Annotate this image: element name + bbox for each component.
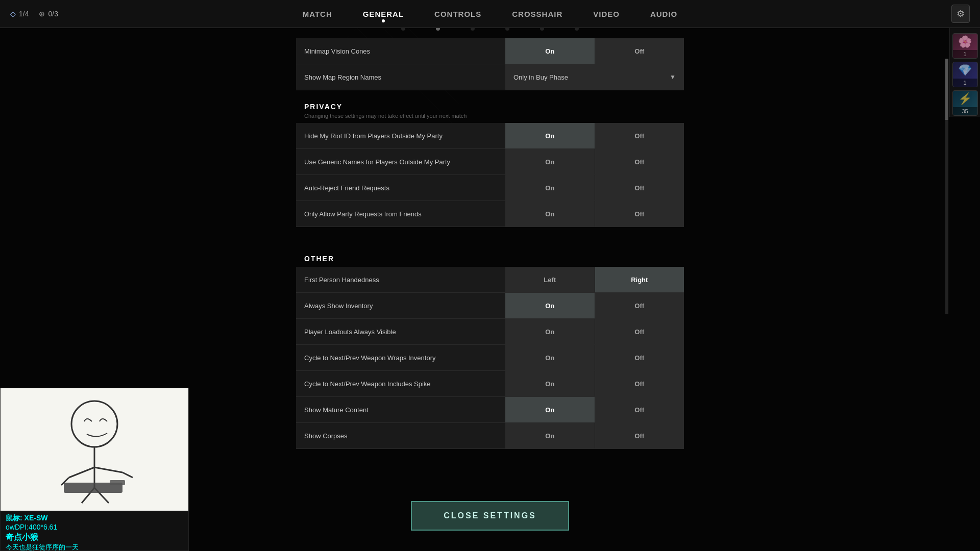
cycle-weapon-wraps-on-button[interactable]: On	[505, 345, 595, 370]
cycle-includes-spike-off-button[interactable]: Off	[595, 371, 684, 396]
scrollbar-track	[945, 59, 948, 314]
minimap-vision-cones-row: Minimap Vision Cones On Off	[296, 38, 684, 64]
stream-drawing-svg	[23, 393, 166, 506]
score-diamond-value: 1/4	[19, 10, 29, 18]
show-mature-content-label: Show Mature Content	[296, 397, 505, 422]
region-names-value: Only in Buy Phase	[513, 73, 568, 81]
first-person-handedness-row: First Person Handedness Left Right	[296, 267, 684, 293]
minimap-vision-cones-controls: On Off	[505, 38, 684, 64]
show-mature-content-off-button[interactable]: Off	[595, 397, 684, 422]
first-person-handedness-label: First Person Handedness	[296, 267, 505, 292]
stream-dpi: owDPI:400*6.61	[6, 523, 183, 531]
scrollbar-thumb[interactable]	[945, 59, 948, 120]
agent-2-icon: 💎	[958, 64, 972, 77]
top-navigation: ◇ 1/4 ⊕ 0/3 MATCH GENERAL CONTROLS CROSS…	[0, 0, 980, 28]
privacy-title: PRIVACY	[304, 103, 676, 111]
privacy-subtitle: Changing these settings may not take eff…	[304, 113, 676, 119]
stream-username: 奇点小猴	[6, 532, 183, 543]
cycle-weapon-wraps-off-button[interactable]: Off	[595, 345, 684, 370]
show-corpses-controls: On Off	[505, 423, 684, 448]
sidebar-agent-1[interactable]: 🌸 1	[952, 33, 978, 59]
minimap-vision-cones-off-button[interactable]: Off	[595, 38, 684, 64]
show-map-region-names-row: Show Map Region Names Only in Buy Phase …	[296, 64, 684, 90]
show-mature-content-on-button[interactable]: On	[505, 397, 595, 422]
settings-gear-button[interactable]: ⚙	[951, 5, 970, 23]
cycle-includes-spike-row: Cycle to Next/Prev Weapon Includes Spike…	[296, 371, 684, 397]
dropdown-arrow-icon: ▼	[670, 73, 676, 81]
auto-reject-off-button[interactable]: Off	[595, 175, 684, 201]
right-sidebar: 🌸 1 💎 1 ⚡ 35	[949, 28, 980, 117]
sidebar-agent-3[interactable]: ⚡ 35	[952, 90, 978, 116]
always-show-inventory-on-button[interactable]: On	[505, 293, 595, 318]
auto-reject-on-button[interactable]: On	[505, 175, 595, 201]
player-loadouts-off-button[interactable]: Off	[595, 319, 684, 344]
party-requests-controls: On Off	[505, 201, 684, 227]
show-corpses-off-button[interactable]: Off	[595, 423, 684, 448]
other-section-header: OTHER	[296, 242, 684, 267]
player-loadouts-on-button[interactable]: On	[505, 319, 595, 344]
agent-3-icon: ⚡	[958, 92, 972, 106]
player-loadouts-label: Player Loadouts Always Visible	[296, 319, 505, 344]
hide-riot-id-row: Hide My Riot ID from Players Outside My …	[296, 123, 684, 149]
gear-icon: ⚙	[957, 8, 965, 19]
handedness-left-button[interactable]: Left	[505, 267, 595, 292]
generic-names-label: Use Generic Names for Players Outside My…	[296, 149, 505, 174]
first-person-handedness-controls: Left Right	[505, 267, 684, 292]
show-corpses-on-button[interactable]: On	[505, 423, 595, 448]
always-show-inventory-label: Always Show Inventory	[296, 293, 505, 318]
cycle-includes-spike-controls: On Off	[505, 371, 684, 396]
agent-1-icon: 🌸	[958, 35, 972, 48]
party-requests-off-button[interactable]: Off	[595, 201, 684, 227]
auto-reject-controls: On Off	[505, 175, 684, 201]
svg-point-4	[71, 401, 117, 447]
agent-1-num: 1	[953, 50, 977, 58]
cycle-includes-spike-label: Cycle to Next/Prev Weapon Includes Spike	[296, 371, 505, 396]
diamond-icon: ◇	[10, 10, 16, 18]
generic-names-on-button[interactable]: On	[505, 149, 595, 174]
tab-general[interactable]: GENERAL	[363, 8, 404, 20]
stream-mouse-info: 鼠标: XE-SW	[6, 514, 183, 523]
tab-crosshair[interactable]: CROSSHAIR	[512, 8, 562, 20]
privacy-section-header: PRIVACY Changing these settings may not …	[296, 90, 684, 123]
hide-riot-id-label: Hide My Riot ID from Players Outside My …	[296, 123, 505, 148]
svg-rect-14	[110, 480, 125, 485]
hide-riot-id-controls: On Off	[505, 123, 684, 148]
svg-line-10	[122, 472, 133, 478]
hide-riot-id-on-button[interactable]: On	[505, 123, 595, 148]
show-mature-content-controls: On Off	[505, 397, 684, 422]
party-requests-on-button[interactable]: On	[505, 201, 595, 227]
tab-audio[interactable]: AUDIO	[650, 8, 677, 20]
region-names-dropdown[interactable]: Only in Buy Phase ▼	[505, 64, 684, 90]
always-show-inventory-row: Always Show Inventory On Off	[296, 293, 684, 319]
svg-line-7	[69, 467, 94, 478]
score-circle-value: 0/3	[48, 10, 58, 18]
generic-names-off-button[interactable]: Off	[595, 149, 684, 174]
show-map-region-names-label: Show Map Region Names	[296, 64, 505, 90]
generic-names-controls: On Off	[505, 149, 684, 174]
settings-panel: Minimap Vision Cones On Off Show Map Reg…	[296, 38, 684, 487]
cycle-weapon-wraps-controls: On Off	[505, 345, 684, 370]
show-mature-content-row: Show Mature Content On Off	[296, 397, 684, 423]
show-corpses-row: Show Corpses On Off	[296, 423, 684, 449]
minimap-vision-cones-on-button[interactable]: On	[505, 38, 595, 64]
tab-match[interactable]: MATCH	[303, 8, 332, 20]
cycle-includes-spike-on-button[interactable]: On	[505, 371, 595, 396]
auto-reject-row: Auto-Reject Friend Requests On Off	[296, 175, 684, 201]
player-loadouts-row: Player Loadouts Always Visible On Off	[296, 319, 684, 345]
always-show-inventory-off-button[interactable]: Off	[595, 293, 684, 318]
tab-video[interactable]: VIDEO	[593, 8, 620, 20]
sidebar-agent-2[interactable]: 💎 1	[952, 62, 978, 87]
nav-scores: ◇ 1/4 ⊕ 0/3	[10, 10, 58, 18]
agent-3-num: 35	[953, 107, 977, 115]
stream-drawing	[1, 388, 188, 511]
hide-riot-id-off-button[interactable]: Off	[595, 123, 684, 148]
tab-controls[interactable]: CONTROLS	[434, 8, 481, 20]
spacer	[296, 227, 684, 242]
svg-line-8	[94, 467, 122, 472]
party-requests-label: Only Allow Party Requests from Friends	[296, 201, 505, 227]
cycle-weapon-wraps-label: Cycle to Next/Prev Weapon Wraps Inventor…	[296, 345, 505, 370]
stream-info: 鼠标: XE-SW owDPI:400*6.61 奇点小猴 今天也是狂徒序序的一…	[1, 511, 188, 551]
close-settings-button[interactable]: CLOSE SETTINGS	[411, 501, 569, 531]
handedness-right-button[interactable]: Right	[595, 267, 684, 292]
stream-subtitle: 今天也是狂徒序序的一天	[6, 543, 183, 551]
